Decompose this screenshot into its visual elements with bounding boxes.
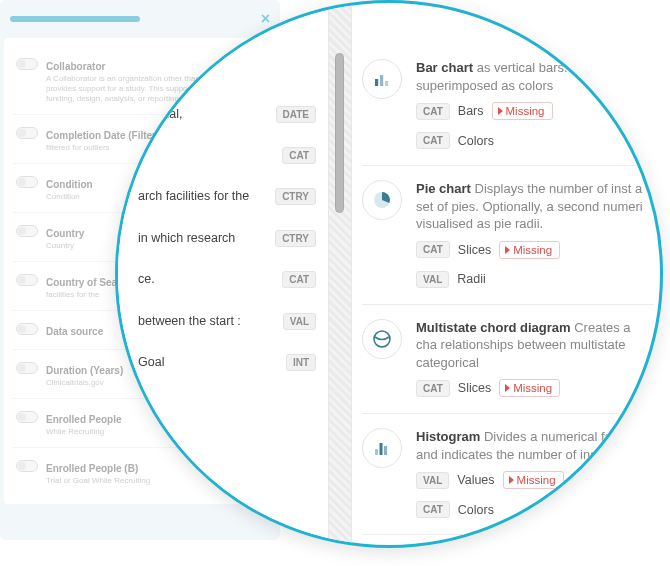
chart-type-item[interactable]: Bar chart as vertical bars. Op superimpo… [362, 45, 654, 166]
slot[interactable]: CATSlicesMissing [416, 379, 560, 397]
tab-indicator[interactable] [10, 16, 140, 22]
scrollbar-thumb[interactable] [335, 53, 344, 213]
chord-icon [362, 319, 402, 359]
chart-type-list: Bar chart as vertical bars. Op superimpo… [352, 3, 660, 545]
facet-title: Data source [46, 326, 103, 337]
pie-icon [362, 180, 402, 220]
toggle-switch[interactable] [16, 460, 38, 472]
toggle-switch[interactable] [16, 127, 38, 139]
slot-label: Slices [458, 243, 491, 257]
toggle-switch[interactable] [16, 411, 38, 423]
facet-snippet[interactable]: ce.CAT [138, 265, 316, 307]
type-badge: CTRY [275, 188, 316, 205]
snippet-text: Goal [138, 354, 278, 372]
slot[interactable]: VALRadii [416, 271, 486, 288]
snippet-text: ce. [138, 271, 274, 289]
toggle-switch[interactable] [16, 274, 38, 286]
type-badge: CAT [282, 147, 316, 164]
chart-head: Bar chart as vertical bars. Op superimpo… [416, 59, 654, 94]
chart-head: Pie chart Displays the number of inst a … [416, 180, 654, 233]
slot[interactable]: CATSlicesMissing [416, 241, 560, 259]
facet-title: Country [46, 228, 84, 239]
slot-label: Slices [458, 381, 491, 395]
toggle-switch[interactable] [16, 58, 38, 70]
facet-snippet[interactable]: in which researchCTRY [138, 224, 316, 266]
facet-title: Enrolled People [46, 414, 122, 425]
magnifier-lens: n, datathe trial,DATECATarch facilities … [115, 0, 663, 548]
slot[interactable]: CATBarsMissing [416, 102, 553, 120]
toggle-switch[interactable] [16, 225, 38, 237]
type-badge: CTRY [275, 230, 316, 247]
facet-title: Condition [46, 179, 93, 190]
slot-label: Values [457, 473, 494, 487]
svg-rect-1 [380, 75, 383, 86]
chart-body: Pie chart Displays the number of inst a … [416, 180, 654, 288]
slot-tag: CAT [416, 380, 450, 397]
chart-head: Histogram Divides a numerical facet in a… [416, 428, 654, 463]
panel-divider [328, 3, 352, 545]
slot-tag: CAT [416, 103, 450, 120]
missing-badge[interactable]: Missing [499, 241, 560, 259]
chart-type-item[interactable]: Histogram Divides a numerical facet in a… [362, 414, 654, 535]
slot[interactable]: VALValuesMissing [416, 471, 564, 489]
slot-row: VALValuesMissingCATColors [416, 471, 654, 518]
svg-rect-2 [385, 81, 388, 86]
slot-tag: CAT [416, 241, 450, 258]
slot[interactable]: CATColors [416, 132, 494, 149]
toggle-switch[interactable] [16, 323, 38, 335]
chart-body: Multistate chord diagram Creates a cha r… [416, 319, 654, 398]
chart-head: Multistate chord diagram Creates a cha r… [416, 319, 654, 372]
snippet-text: in which research [138, 230, 267, 248]
facet-snippet[interactable]: GoalINT [138, 348, 316, 390]
facet-desc: Trial or Goal While Recruiting [46, 476, 229, 486]
hist-icon [362, 428, 402, 468]
slot-tag: CAT [416, 132, 450, 149]
toggle-switch[interactable] [16, 362, 38, 374]
chart-type-item[interactable]: Date histogram Divid of bins and indicat… [362, 535, 654, 545]
missing-badge[interactable]: Missing [492, 102, 553, 120]
facet-title: Duration (Years) [46, 365, 123, 376]
bar-icon [362, 59, 402, 99]
missing-badge[interactable]: Missing [499, 379, 560, 397]
type-badge: VAL [283, 313, 316, 330]
slot-label: Bars [458, 104, 484, 118]
snippet-text: arch facilities for the [138, 188, 267, 206]
chart-title: Histogram [416, 429, 480, 444]
slot-row: CATSlicesMissingVALRadii [416, 241, 654, 288]
snippet-text: between the start : [138, 313, 275, 331]
slot-row: CATSlicesMissing [416, 379, 654, 397]
svg-rect-7 [384, 446, 387, 455]
facet-snippet[interactable]: arch facilities for theCTRY [138, 182, 316, 224]
facet-snippet[interactable]: between the start :VAL [138, 307, 316, 349]
chart-title: Bar chart [416, 60, 473, 75]
facet-title: Collaborator [46, 61, 105, 72]
slot[interactable]: CATColors [416, 501, 494, 518]
facet-snippet[interactable]: CAT [138, 141, 316, 182]
slot-row: CATBarsMissingCATColors [416, 102, 654, 149]
slot-tag: VAL [416, 472, 449, 489]
tab-bar: × [0, 0, 280, 30]
type-badge: CAT [282, 271, 316, 288]
slot-label: Colors [458, 503, 494, 517]
missing-badge[interactable]: Missing [503, 471, 564, 489]
toggle-switch[interactable] [16, 176, 38, 188]
svg-rect-6 [380, 443, 383, 455]
chart-type-item[interactable]: Pie chart Displays the number of inst a … [362, 166, 654, 305]
slot-label: Radii [457, 272, 486, 286]
type-badge: INT [286, 354, 316, 371]
type-badge: DATE [276, 106, 316, 123]
slot-tag: VAL [416, 271, 449, 288]
close-icon[interactable]: × [261, 10, 270, 28]
chart-body: Histogram Divides a numerical facet in a… [416, 428, 654, 518]
chart-type-item[interactable]: Multistate chord diagram Creates a cha r… [362, 305, 654, 415]
chart-title: Pie chart [416, 181, 471, 196]
slot-label: Colors [458, 134, 494, 148]
svg-rect-0 [375, 79, 378, 86]
chart-title: Multistate chord diagram [416, 320, 571, 335]
chart-body: Bar chart as vertical bars. Op superimpo… [416, 59, 654, 149]
svg-rect-5 [375, 449, 378, 455]
facet-title: Enrolled People (B) [46, 463, 138, 474]
slot-tag: CAT [416, 501, 450, 518]
